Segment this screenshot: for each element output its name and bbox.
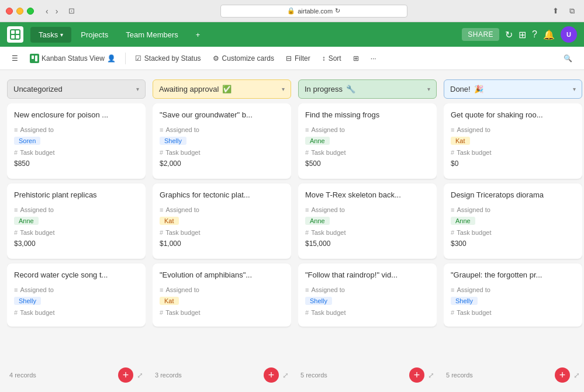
card-budget-field: # Task budget $500 [305, 149, 430, 168]
stacked-label: Stacked by Status [144, 54, 201, 63]
bell-icon[interactable]: 🔔 [543, 29, 555, 40]
add-card-button[interactable]: + [409, 367, 424, 383]
fullscreen-button[interactable] [27, 8, 34, 15]
cards-area-awaiting: "Save our groundwater" b... ≡ Assigned t… [153, 103, 291, 359]
column-header-in-progress[interactable]: In progress 🔧 ▾ [298, 79, 437, 99]
cards-area-done: Get quote for shaking roo... ≡ Assigned … [444, 103, 582, 359]
person-field-icon: ≡ [451, 286, 454, 293]
add-card-button[interactable]: + [118, 367, 133, 383]
close-button[interactable] [6, 8, 13, 15]
column-header-uncategorized[interactable]: Uncategorized ▾ [7, 79, 146, 99]
col-header-left: Done! 🎉 [450, 85, 483, 93]
sidebar-toggle[interactable]: ⊡ [65, 5, 78, 16]
sort-icon: ↕ [322, 54, 326, 63]
add-tab-button[interactable]: + [188, 27, 209, 43]
url-bar[interactable]: 🔒 airtable.com ↻ [220, 5, 407, 18]
tab-projects[interactable]: Projects [72, 27, 116, 43]
person-field-icon: ≡ [160, 286, 163, 293]
sidebar-toggle-toolbar[interactable]: ☰ [7, 52, 23, 65]
kanban-card[interactable]: Find the missing frogs ≡ Assigned to Ann… [298, 103, 437, 179]
back-button[interactable]: ‹ [43, 5, 51, 17]
person-field-icon: ≡ [160, 206, 163, 213]
svg-rect-3 [11, 35, 15, 39]
column-header-awaiting[interactable]: Awaiting approval ✅ ▾ [153, 79, 291, 99]
add-tab-icon: + [196, 30, 201, 39]
kanban-card[interactable]: New enclosure for poison ... ≡ Assigned … [7, 103, 146, 179]
kanban-card[interactable]: Graphics for tectonic plat... ≡ Assigned… [153, 183, 291, 259]
kanban-card[interactable]: "Save our groundwater" b... ≡ Assigned t… [153, 103, 291, 179]
card-budget-label: # Task budget [451, 309, 575, 316]
user-avatar[interactable]: U [561, 26, 577, 43]
kanban-card[interactable]: "Follow that raindrop!" vid... ≡ Assigne… [298, 263, 437, 327]
person-field-icon: ≡ [160, 126, 163, 133]
filter-item[interactable]: ⊟ Filter [281, 52, 315, 65]
card-assignee-label: ≡ Assigned to [14, 126, 139, 133]
assignee-tag: Shelly [14, 297, 41, 305]
kanban-card[interactable]: Get quote for shaking roo... ≡ Assigned … [444, 103, 582, 179]
help-icon[interactable]: ? [532, 29, 537, 40]
hash-icon: # [14, 229, 18, 236]
kanban-card[interactable]: Record water cycle song t... ≡ Assigned … [7, 263, 146, 327]
expand-column-icon[interactable]: ⤢ [428, 371, 434, 380]
person-field-icon: ≡ [14, 126, 18, 133]
footer-actions: + ⤢ [264, 367, 289, 383]
col-header-emoji: 🔧 [346, 85, 355, 93]
kanban-card[interactable]: "Evolution of amphibians"... ≡ Assigned … [153, 263, 291, 327]
share-view-item[interactable]: ⊞ [348, 52, 364, 65]
search-item[interactable]: 🔍 [559, 52, 577, 65]
refresh-icon[interactable]: ↻ [335, 7, 340, 15]
person-icon: 👤 [107, 54, 116, 63]
card-assignee-field: ≡ Assigned to Shelly [451, 286, 575, 306]
cards-area-uncategorized: New enclosure for poison ... ≡ Assigned … [7, 103, 146, 359]
new-tab-button[interactable]: ⧉ [566, 5, 578, 17]
col-header-left: In progress 🔧 [305, 85, 355, 93]
stacked-by-item[interactable]: ☑ Stacked by Status [130, 52, 206, 65]
records-count: 3 records [155, 372, 182, 379]
kanban-card[interactable]: Design Triceratops diorama ≡ Assigned to… [444, 183, 582, 259]
share-button[interactable]: SHARE [462, 28, 499, 41]
card-assignee-label: ≡ Assigned to [305, 126, 430, 133]
expand-column-icon[interactable]: ⤢ [573, 371, 580, 380]
card-budget-field: # Task budget $300 [451, 229, 575, 248]
grid-apps-icon[interactable]: ⊞ [519, 29, 526, 40]
kanban-card[interactable]: "Graupel: the forgotten pr... ≡ Assigned… [444, 263, 582, 327]
share-window-button[interactable]: ⬆ [549, 5, 562, 17]
minimize-button[interactable] [16, 8, 23, 15]
kanban-card[interactable]: Prehistoric plant replicas ≡ Assigned to… [7, 183, 146, 259]
col-chevron-icon[interactable]: ▾ [573, 86, 576, 92]
card-title: Design Triceratops diorama [451, 190, 575, 200]
hash-icon: # [305, 229, 309, 236]
card-budget-label: # Task budget [14, 309, 139, 316]
customize-cards-item[interactable]: ⚙ Customize cards [208, 52, 279, 65]
col-chevron-icon[interactable]: ▾ [282, 86, 285, 92]
sort-item[interactable]: ↕ Sort [317, 52, 346, 65]
card-assignee-field: ≡ Assigned to Soren [14, 126, 139, 145]
forward-button[interactable]: › [53, 5, 61, 17]
col-chevron-icon[interactable]: ▾ [136, 86, 139, 92]
check-icon: ☑ [135, 54, 141, 63]
refresh-app-icon[interactable]: ↻ [505, 29, 513, 40]
add-card-button[interactable]: + [264, 367, 279, 383]
col-header-label: Uncategorized [13, 85, 63, 93]
expand-column-icon[interactable]: ⤢ [137, 371, 143, 380]
add-card-button[interactable]: + [555, 367, 570, 383]
budget-value: $850 [14, 159, 30, 168]
card-assignee-field: ≡ Assigned to Anne [14, 206, 139, 226]
svg-rect-6 [35, 55, 37, 61]
card-budget-label: # Task budget [14, 229, 139, 236]
more-options-item[interactable]: ··· [366, 52, 381, 65]
tab-tasks[interactable]: Tasks ▾ [30, 27, 71, 43]
tab-team-members[interactable]: Team Members [118, 27, 186, 43]
card-budget-label: # Task budget [451, 229, 575, 236]
footer-actions: + ⤢ [118, 367, 143, 383]
kanban-card[interactable]: Move T-Rex skeleton back... ≡ Assigned t… [298, 183, 437, 259]
card-title: Get quote for shaking roo... [451, 110, 575, 120]
kanban-board: Uncategorized ▾ New enclosure for poison… [0, 70, 584, 392]
card-title: "Save our groundwater" b... [160, 110, 284, 120]
expand-column-icon[interactable]: ⤢ [282, 371, 289, 380]
column-header-done[interactable]: Done! 🎉 ▾ [444, 79, 582, 99]
view-name-item[interactable]: Kanban Status View 👤 [25, 51, 120, 65]
assignee-tag: Shelly [305, 297, 332, 305]
col-chevron-icon[interactable]: ▾ [427, 86, 430, 92]
card-budget-field: # Task budget [160, 309, 284, 316]
